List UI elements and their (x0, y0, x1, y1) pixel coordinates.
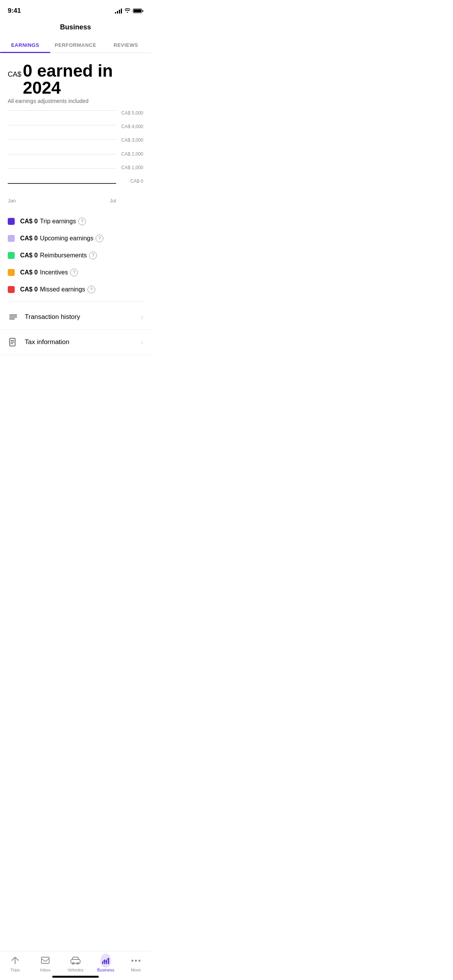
chart-y-label-0: CA$ 0 (130, 178, 143, 184)
signal-icon (115, 8, 122, 14)
transaction-history-icon (8, 312, 19, 322)
upcoming-info-icon[interactable]: ? (96, 235, 103, 242)
menu-section: Transaction history › Tax information › (8, 301, 143, 355)
tab-earnings[interactable]: EARNINGS (0, 38, 50, 53)
svg-rect-0 (9, 315, 17, 315)
svg-rect-1 (9, 317, 17, 317)
page-header: Business (0, 19, 151, 31)
chart-x-label-jan: Jan (8, 198, 16, 204)
earnings-item-missed: CA$ 0 Missed earnings ? (8, 281, 143, 298)
wifi-icon (124, 8, 130, 14)
status-icons (115, 8, 143, 14)
chart-y-label-2000: CA$ 2,000 (121, 151, 143, 157)
chart-y-label-5000: CA$ 5,000 (121, 110, 143, 116)
upcoming-color-dot (8, 235, 15, 242)
tab-reviews[interactable]: REVIEWS (101, 38, 151, 53)
main-content: CA$ 0 earned in 2024 All earnings adjust… (0, 53, 151, 355)
earnings-amount: 0 earned in 2024 (23, 62, 143, 96)
earnings-subtitle: All earnings adjustments included (8, 98, 143, 104)
trip-color-dot (8, 218, 15, 225)
earnings-item-reimbursements: CA$ 0 Reimbursements ? (8, 247, 143, 264)
chart-y-label-4000: CA$ 4,000 (121, 124, 143, 129)
chart-grid: CA$ 5,000 CA$ 4,000 CA$ 3,000 CA$ 2,000 … (8, 110, 143, 195)
svg-rect-2 (9, 319, 15, 319)
status-bar: 9:41 (0, 0, 151, 19)
earnings-header: CA$ 0 earned in 2024 All earnings adjust… (8, 62, 143, 104)
transaction-history-item[interactable]: Transaction history › (0, 305, 151, 330)
reimbursements-label: Reimbursements (40, 252, 87, 259)
trip-label: Trip earnings (40, 218, 76, 225)
menu-divider-top (8, 301, 143, 302)
upcoming-amount: CA$ 0 (20, 235, 38, 242)
chart-y-labels: CA$ 5,000 CA$ 4,000 CA$ 3,000 CA$ 2,000 … (117, 110, 143, 184)
incentives-label: Incentives (40, 269, 68, 276)
reimbursements-color-dot (8, 252, 15, 259)
transaction-history-chevron: › (141, 313, 143, 321)
trip-info-icon[interactable]: ? (78, 218, 86, 225)
chart-grid-lines (8, 110, 116, 184)
earnings-item-upcoming: CA$ 0 Upcoming earnings ? (8, 230, 143, 247)
missed-color-dot (8, 286, 15, 293)
tax-information-chevron: › (141, 338, 143, 346)
incentives-amount: CA$ 0 (20, 269, 38, 276)
upcoming-label: Upcoming earnings (40, 235, 93, 242)
earnings-chart: CA$ 5,000 CA$ 4,000 CA$ 3,000 CA$ 2,000 … (8, 110, 143, 204)
page-title: Business (60, 23, 91, 31)
missed-info-icon[interactable]: ? (88, 286, 95, 293)
reimbursements-info-icon[interactable]: ? (89, 252, 97, 259)
chart-y-label-3000: CA$ 3,000 (121, 137, 143, 143)
missed-amount: CA$ 0 (20, 286, 38, 293)
earnings-breakdown-list: CA$ 0 Trip earnings ? CA$ 0 Upcoming ear… (8, 213, 143, 298)
transaction-history-label: Transaction history (25, 313, 141, 321)
currency-prefix: CA$ (8, 70, 21, 79)
tax-information-icon (8, 337, 19, 348)
tax-information-item[interactable]: Tax information › (0, 330, 151, 355)
status-time: 9:41 (8, 7, 21, 15)
tabs-container: EARNINGS PERFORMANCE REVIEWS (0, 38, 151, 53)
trip-amount: CA$ 0 (20, 218, 38, 225)
reimbursements-amount: CA$ 0 (20, 252, 38, 259)
tax-information-label: Tax information (25, 338, 141, 346)
earnings-item-incentives: CA$ 0 Incentives ? (8, 264, 143, 281)
incentives-color-dot (8, 269, 15, 276)
incentives-info-icon[interactable]: ? (70, 269, 78, 276)
missed-label: Missed earnings (40, 286, 85, 293)
earnings-item-trip: CA$ 0 Trip earnings ? (8, 213, 143, 230)
battery-icon (133, 9, 143, 13)
chart-x-label-jul: Jul (110, 198, 116, 204)
chart-x-labels: Jan Jul (8, 198, 143, 204)
chart-y-label-1000: CA$ 1,000 (121, 165, 143, 170)
tab-performance[interactable]: PERFORMANCE (50, 38, 101, 53)
